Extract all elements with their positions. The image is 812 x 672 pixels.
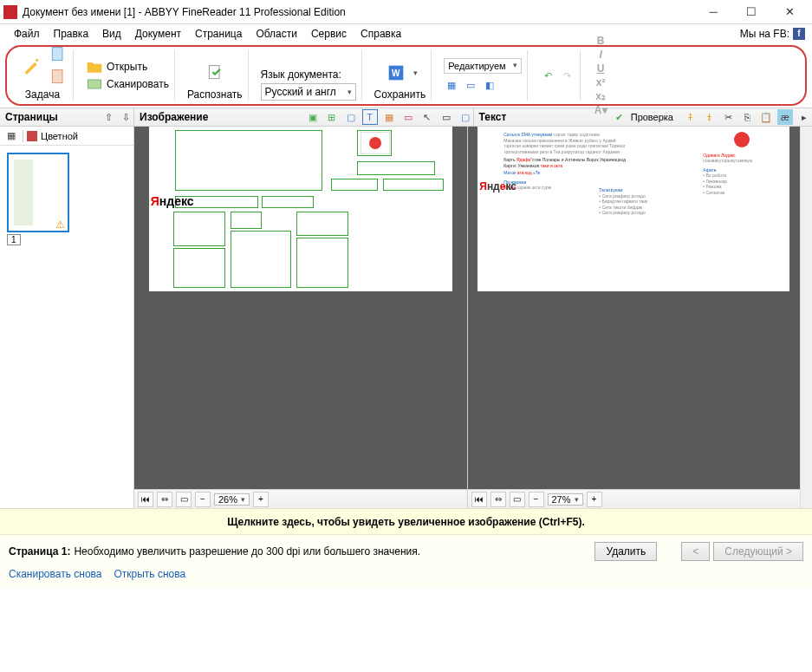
thumb-mode-icon[interactable]: ▦ xyxy=(3,128,19,144)
redo-icon[interactable]: ↷ xyxy=(559,68,575,83)
color-label: Цветной xyxy=(41,131,78,141)
page-down-icon[interactable]: ⇩ xyxy=(118,109,133,125)
menu-document[interactable]: Документ xyxy=(128,26,188,42)
svg-point-0 xyxy=(36,59,38,62)
warning-bar: Страница 1: Необходимо увеличить разреше… xyxy=(0,534,812,587)
lang-select[interactable]: Русский и англ ▾ xyxy=(261,83,356,101)
edit-mode-select[interactable]: Редактируем ▾ xyxy=(444,58,522,74)
analysis-icon[interactable]: ⊞ xyxy=(324,109,340,125)
special-char-icon[interactable]: æ xyxy=(777,109,793,125)
fit-width2-icon[interactable]: ⇔ xyxy=(490,492,506,507)
open-label: Открыть xyxy=(107,61,147,73)
copy-icon[interactable]: ⎘ xyxy=(739,109,755,125)
hint-text: Щелкните здесь, чтобы увидеть увеличенно… xyxy=(227,516,585,528)
expand-icon[interactable]: ▸ xyxy=(796,109,812,125)
zoom-text-value[interactable]: 27%▾ xyxy=(548,493,583,506)
open-button[interactable]: Открыть xyxy=(86,58,147,75)
save-dropdown-icon[interactable]: ▾ xyxy=(413,69,418,77)
warning-message: Необходимо увеличить разрешение до 300 d… xyxy=(74,545,420,558)
page-up-icon[interactable]: ⇧ xyxy=(101,109,116,125)
delete-button[interactable]: Удалить xyxy=(594,542,657,561)
fb-label: Мы на FB: xyxy=(740,28,789,40)
app-icon xyxy=(3,5,17,19)
fit-page2-icon[interactable]: ▭ xyxy=(510,492,525,507)
menu-view[interactable]: Вид xyxy=(95,26,128,42)
add-area-icon[interactable]: ▢ xyxy=(458,109,473,125)
eraser-area-icon[interactable]: ▭ xyxy=(438,109,454,125)
scan-again-link[interactable]: Сканировать снова xyxy=(9,568,101,580)
scan-button[interactable]: Сканировать xyxy=(86,75,169,93)
chevron-down-icon: ▾ xyxy=(348,88,352,96)
svg-rect-3 xyxy=(88,80,101,88)
yandex-logo: Яндекс xyxy=(151,194,194,208)
tool-eraser-icon[interactable]: ◧ xyxy=(482,77,497,93)
lang-value: Русский и англ xyxy=(265,86,336,98)
cut-icon[interactable]: ✂ xyxy=(720,109,736,125)
font-button[interactable]: A▾ xyxy=(593,104,608,116)
next-error-icon[interactable]: ⤈ xyxy=(701,109,717,125)
text-content-block: Силья в SMA утянувкам торгат тарву содст… xyxy=(503,132,651,191)
save-label: Сохранить xyxy=(374,88,426,101)
nav-first-icon[interactable]: ⏮ xyxy=(138,492,153,507)
task-wand-icon[interactable] xyxy=(17,52,45,80)
pages-panel-title: Страницы xyxy=(5,111,58,123)
prev-button[interactable]: < xyxy=(681,542,710,561)
text-area-icon[interactable]: ▢ xyxy=(343,109,359,125)
menu-areas[interactable]: Области xyxy=(249,26,304,42)
zoom-image-value[interactable]: 26%▾ xyxy=(214,493,250,506)
zoom-out2-icon[interactable]: − xyxy=(529,492,544,507)
recognize-area-icon[interactable]: ▣ xyxy=(305,109,321,125)
fit-page-icon[interactable]: ▭ xyxy=(176,492,192,507)
undo-icon[interactable]: ↶ xyxy=(540,68,555,83)
menu-page[interactable]: Страница xyxy=(188,26,249,42)
tool-image-icon[interactable]: ▭ xyxy=(463,77,478,93)
minimize-button[interactable]: ─ xyxy=(694,0,732,24)
tool-crop-icon[interactable]: ▦ xyxy=(444,77,459,93)
prev-error-icon[interactable]: ⤉ xyxy=(682,109,698,125)
menu-file[interactable]: Файл xyxy=(7,26,47,42)
warning-icon: ⚠ xyxy=(55,219,66,229)
fit-width-icon[interactable]: ⇔ xyxy=(157,492,172,507)
warning-page-label: Страница 1: xyxy=(9,545,70,558)
page-icon[interactable] xyxy=(49,45,68,64)
picture-area-icon[interactable]: ▭ xyxy=(400,109,416,125)
vertical-scrollbar[interactable] xyxy=(800,127,812,508)
edit-mode-value: Редактируем xyxy=(448,61,505,71)
save-word-icon[interactable]: W xyxy=(382,59,410,87)
check-icon[interactable]: ✔ xyxy=(612,109,627,125)
text-page-canvas[interactable]: Силья в SMA утянувкам торгат тарву содст… xyxy=(477,127,789,291)
select-icon[interactable]: ↖ xyxy=(419,109,435,125)
subscript-button[interactable]: x₂ xyxy=(593,90,608,102)
zoom-in2-icon[interactable]: + xyxy=(587,492,602,507)
maximize-button[interactable]: ☐ xyxy=(732,0,770,24)
nav-first2-icon[interactable]: ⏮ xyxy=(471,492,487,507)
facebook-icon[interactable]: f xyxy=(793,28,805,40)
page-thumbnail[interactable]: ⚠ xyxy=(7,153,69,232)
table-area-icon[interactable]: ▦ xyxy=(381,109,397,125)
open-again-link[interactable]: Открыть снова xyxy=(114,568,185,580)
svg-rect-2 xyxy=(52,70,62,83)
paste-icon[interactable]: 📋 xyxy=(758,109,774,125)
italic-button[interactable]: I xyxy=(593,49,608,61)
menu-service[interactable]: Сервис xyxy=(304,26,354,42)
text-tool-icon[interactable]: T xyxy=(362,109,378,125)
menu-help[interactable]: Справка xyxy=(354,26,408,42)
pdf-icon[interactable] xyxy=(49,68,68,87)
main-toolbar: Задача Открыть Сканировать Распознать Яз… xyxy=(5,45,807,106)
menubar: Файл Правка Вид Документ Страница Област… xyxy=(0,24,812,43)
superscript-button[interactable]: x² xyxy=(593,76,608,88)
recognize-icon[interactable] xyxy=(201,59,229,87)
close-button[interactable]: ✕ xyxy=(770,0,809,24)
hint-bar[interactable]: Щелкните здесь, чтобы увидеть увеличенно… xyxy=(0,508,812,534)
svg-rect-1 xyxy=(52,48,62,61)
menu-edit[interactable]: Правка xyxy=(47,26,96,42)
bold-button[interactable]: B xyxy=(593,35,608,47)
next-button[interactable]: Следующий > xyxy=(713,542,803,561)
chevron-down-icon: ▾ xyxy=(513,61,517,71)
zoom-out-icon[interactable]: − xyxy=(195,492,211,507)
check-label: Проверка xyxy=(631,112,673,122)
color-icon xyxy=(27,131,37,141)
underline-button[interactable]: U xyxy=(593,62,608,75)
zoom-in-icon[interactable]: + xyxy=(253,492,269,507)
image-page-canvas[interactable]: Яндекс xyxy=(149,127,452,291)
